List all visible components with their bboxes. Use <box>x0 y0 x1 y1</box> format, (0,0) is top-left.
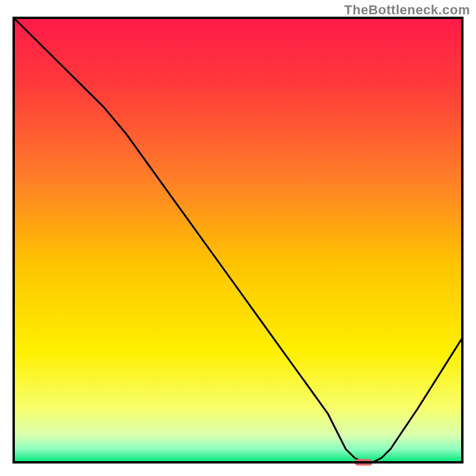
chart-root: TheBottleneck.com <box>0 0 476 476</box>
watermark-text: TheBottleneck.com <box>345 2 470 18</box>
bottleneck-chart <box>0 0 476 476</box>
